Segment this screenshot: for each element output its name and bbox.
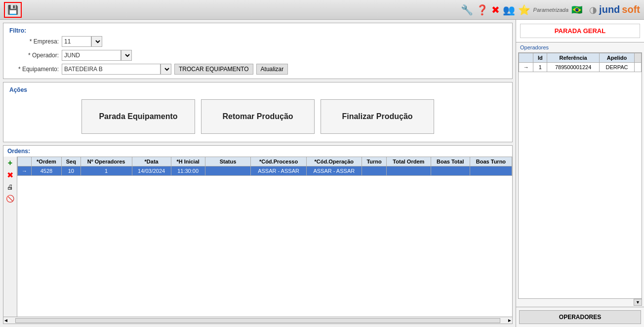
cell-data: 14/03/2024 [132, 166, 171, 176]
brand-name: jund [599, 4, 620, 15]
table-header-row: *Ordem Seq Nº Operadores *Data *H Inicia… [18, 157, 512, 166]
operadores-button[interactable]: OPERADORES [519, 310, 641, 324]
cell-status [205, 166, 251, 176]
operadores-row[interactable]: → 1 789500001224 DERPAC [519, 63, 642, 72]
cell-n-operadores: 1 [80, 166, 132, 176]
scroll-left-arrow[interactable]: ◄ [3, 318, 8, 323]
orders-table: *Ordem Seq Nº Operadores *Data *H Inicia… [17, 157, 512, 176]
atualizar-button[interactable]: Atualizar [256, 64, 288, 75]
horizontal-scrollbar[interactable]: ◄ ► [3, 317, 512, 324]
col-ordem: *Ordem [31, 157, 61, 166]
col-cod-processo: *Cód.Processo [251, 157, 306, 166]
scroll-down-indicator: ▼ [518, 299, 642, 306]
col-data: *Data [132, 157, 171, 166]
brazil-flag-icon: 🇧🇷 [571, 4, 582, 15]
operadores-table: Id Referência Apelido → 1 789500001224 D… [519, 53, 642, 72]
cell-cod-operacao: ASSAR - ASSAR [306, 166, 362, 176]
parada-geral-title: PARADA GERAL [520, 24, 640, 38]
row-arrow: → [18, 166, 32, 176]
parada-equipamento-button[interactable]: Parada Equipamento [81, 99, 195, 134]
parametrizada-label: Parametrizada [533, 7, 569, 13]
operadores-table-container[interactable]: Id Referência Apelido → 1 789500001224 D… [518, 52, 642, 299]
ordens-label: Ordens: [7, 148, 30, 155]
col-turno: Turno [362, 157, 386, 166]
copy-row-button[interactable]: 🖨 [5, 181, 16, 192]
scroll-right-arrow[interactable]: ► [507, 318, 512, 323]
operador-dropdown[interactable] [121, 50, 132, 61]
col-op-arrow [519, 53, 533, 63]
col-op-apelido: Apelido [599, 53, 634, 63]
cell-boas-total [431, 166, 470, 176]
actions-buttons: Parada Equipamento Retomar Produção Fina… [9, 95, 506, 138]
empresa-input[interactable] [62, 36, 91, 47]
add-row-button[interactable]: + [5, 158, 16, 168]
col-n-operadores: Nº Operadores [80, 157, 132, 166]
brand-soft: soft [622, 4, 640, 15]
operador-label: * Operador: [9, 52, 59, 59]
cancel-row-button[interactable]: 🚫 [5, 193, 16, 204]
cell-boas-turno [470, 166, 512, 176]
operadores-footer: OPERADORES [516, 307, 644, 327]
equipamento-label: * Equipamento: [9, 66, 59, 73]
col-cod-operacao: *Cód.Operação [306, 157, 362, 166]
op-referencia: 789500001224 [547, 63, 600, 72]
empresa-row: * Empresa: [9, 36, 506, 47]
trocar-equipamento-button[interactable]: TROCAR EQUIPAMENTO [174, 64, 253, 75]
right-panel: PARADA GERAL Operadores Id Referência Ap… [516, 20, 644, 327]
toolbar: 💾 🔧 ❓ ✖ 👥 ⭐ Parametrizada 🇧🇷 ◑ jundsoft [0, 0, 644, 20]
orders-table-container[interactable]: *Ordem Seq Nº Operadores *Data *H Inicia… [17, 157, 512, 317]
equipamento-row: * Equipamento: TROCAR EQUIPAMENTO Atuali… [9, 64, 506, 75]
filter-section: Filtro: * Empresa: * Operador: * Equipam… [3, 23, 513, 79]
empresa-label: * Empresa: [9, 38, 59, 45]
equipamento-dropdown[interactable] [161, 64, 171, 75]
settings-icon[interactable]: 🔧 [461, 4, 473, 16]
cell-total-ordem [387, 166, 431, 176]
close-icon[interactable]: ✖ [491, 4, 500, 16]
acoes-label: Ações [9, 86, 506, 93]
op-scroll-cell [635, 63, 642, 72]
table-row[interactable]: → 4528 10 1 14/03/2024 11:30:00 ASSAR - … [18, 166, 512, 176]
op-row-arrow: → [519, 63, 533, 72]
operadores-section: Operadores Id Referência Apelido [516, 42, 644, 307]
cell-ordem: 4528 [31, 166, 61, 176]
delete-row-button[interactable]: ✖ [5, 169, 16, 180]
main-content: Filtro: * Empresa: * Operador: * Equipam… [0, 20, 644, 327]
col-op-referencia: Referência [547, 53, 600, 63]
help-icon[interactable]: ❓ [476, 4, 488, 16]
operadores-label: Operadores [516, 42, 644, 52]
operador-input[interactable] [62, 50, 121, 61]
finalizar-producao-button[interactable]: Finalizar Produção [321, 99, 434, 134]
cell-turno [362, 166, 386, 176]
star-icon[interactable]: ⭐ [518, 4, 530, 16]
empresa-dropdown[interactable] [91, 36, 102, 47]
retomar-producao-button[interactable]: Retomar Produção [201, 99, 315, 134]
op-id: 1 [533, 63, 547, 72]
orders-content: + ✖ 🖨 🚫 *Ordem Seq Nº Operadores [3, 157, 512, 317]
cell-h-inicial: 11:30:00 [171, 166, 205, 176]
col-status: Status [205, 157, 251, 166]
orders-section: Ordens: + ✖ 🖨 🚫 *Ordem [3, 145, 513, 324]
filter-label: Filtro: [9, 27, 506, 34]
col-op-scroll [635, 53, 642, 63]
brand-icon: ◑ [589, 4, 597, 15]
action-column: + ✖ 🖨 🚫 [3, 157, 17, 317]
col-seq: Seq [62, 157, 81, 166]
orders-header: Ordens: [3, 146, 512, 157]
cell-seq: 10 [62, 166, 81, 176]
actions-section: Ações Parada Equipamento Retomar Produçã… [3, 82, 513, 142]
brand-logo: ◑ jundsoft [589, 4, 640, 15]
scroll-track[interactable] [15, 318, 500, 323]
op-apelido: DERPAC [599, 63, 634, 72]
toolbar-icons: 🔧 ❓ ✖ 👥 ⭐ Parametrizada 🇧🇷 [461, 4, 583, 16]
parada-geral-header: PARADA GERAL [516, 20, 644, 42]
scroll-down-arrow[interactable]: ▼ [634, 299, 642, 306]
left-panel: Filtro: * Empresa: * Operador: * Equipam… [0, 20, 516, 327]
save-button[interactable]: 💾 [4, 2, 22, 18]
col-boas-total: Boas Total [431, 157, 470, 166]
col-op-id: Id [533, 53, 547, 63]
operador-row: * Operador: [9, 50, 506, 61]
team-icon[interactable]: 👥 [503, 4, 515, 16]
equipamento-input[interactable] [62, 64, 161, 75]
col-h-inicial: *H Inicial [171, 157, 205, 166]
col-arrow [18, 157, 32, 166]
